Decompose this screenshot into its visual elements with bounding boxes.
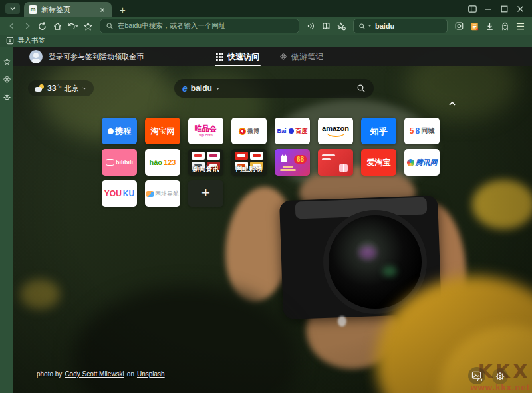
tile-youku[interactable]: YOUKU: [102, 180, 137, 207]
settings-button[interactable]: [492, 368, 508, 384]
ghost-icon: [500, 21, 510, 31]
side-toolbar: [0, 47, 13, 393]
plus-icon: +: [201, 186, 210, 200]
tile-tencent[interactable]: 腾讯网: [404, 149, 440, 176]
tile-content: Bai百度: [277, 128, 307, 134]
center-search-box[interactable]: e baidu: [174, 79, 374, 98]
tile-logo-row: 知乎: [370, 127, 388, 136]
weather-city: 北京: [65, 84, 79, 94]
wallpaper-icon: [471, 371, 483, 381]
quick-search-box[interactable]: baidu: [353, 19, 448, 33]
tile-text: 百度: [296, 128, 308, 134]
back-button[interactable]: [5, 19, 19, 33]
tab-close-button[interactable]: [98, 5, 107, 15]
search-icon: [106, 22, 114, 30]
change-wallpaper-button[interactable]: [468, 367, 485, 384]
thumb-mark: [237, 154, 246, 157]
forward-button[interactable]: [20, 19, 34, 33]
tile-vipshop[interactable]: 唯品会vip.com: [188, 118, 223, 144]
screenshot-button[interactable]: [452, 19, 466, 33]
tile-subtext: vip.com: [199, 133, 213, 137]
tile-text: 微博: [247, 128, 259, 134]
dot-icon: [108, 128, 114, 134]
maxnote-sidebar-button[interactable]: [2, 74, 11, 84]
tile-text: hǎo: [150, 159, 163, 166]
minimize-button[interactable]: [481, 3, 495, 15]
import-icon: [6, 37, 14, 45]
quick-access-grid: 携程淘宝网唯品会vip.com微博Bai百度amazon知乎58同城bilibi…: [102, 118, 440, 207]
tile-content: 唯品会vip.com: [195, 125, 217, 137]
tile-58tongcheng[interactable]: 58同城: [404, 118, 440, 144]
chevron-down-icon: [368, 25, 372, 27]
main-menu-button[interactable]: [513, 19, 527, 33]
maximize-button[interactable]: [497, 3, 511, 15]
weather-temp: 33: [47, 84, 56, 93]
tile-red-promo[interactable]: [318, 149, 353, 176]
tile-amazon[interactable]: amazon: [318, 118, 353, 144]
tile-shopping-folder[interactable]: 网上购物: [231, 149, 267, 176]
collapse-quick-access-button[interactable]: [447, 100, 458, 108]
tile-bilibili[interactable]: bilibili: [102, 149, 137, 176]
download-button[interactable]: [483, 19, 497, 33]
tab-maxnote[interactable]: 傲游笔记: [279, 47, 323, 66]
tab-new-tab-page[interactable]: m 新标签页: [24, 2, 112, 17]
favorites-button[interactable]: [81, 19, 95, 33]
new-tab-button[interactable]: +: [120, 5, 126, 15]
tile-taobao[interactable]: 淘宝网: [145, 118, 180, 144]
tile-ctrip[interactable]: 携程: [102, 118, 137, 144]
reader-mode-button[interactable]: [319, 19, 333, 33]
pic-icon: [146, 191, 154, 197]
refresh-icon: [37, 21, 47, 31]
tile-tmall-promo[interactable]: 68: [275, 149, 310, 176]
tile-aitaobao[interactable]: 爱淘宝: [361, 149, 396, 176]
maxnote-collect-button[interactable]: [467, 19, 481, 33]
credit-site-link[interactable]: Unsplash: [137, 370, 165, 378]
tile-text: 123: [164, 159, 176, 166]
undo-button[interactable]: [66, 19, 80, 33]
add-favorite-button[interactable]: [334, 19, 348, 33]
import-bookmarks-button[interactable]: 导入书签: [6, 36, 45, 45]
read-aloud-icon: [306, 21, 316, 31]
promo-text-bar: [322, 158, 331, 160]
passkeeper-button[interactable]: [498, 19, 512, 33]
credit-prefix: photo by: [37, 370, 62, 378]
favorites-sidebar-button[interactable]: [2, 57, 11, 66]
address-bar[interactable]: 在baidu中搜索，或者输入一个网址: [100, 19, 299, 33]
tile-content: 腾讯网: [407, 159, 438, 166]
tile-text: 8: [416, 127, 420, 135]
avatar[interactable]: [29, 50, 43, 63]
tab-quick-access[interactable]: 快速访问: [216, 47, 259, 66]
tile-text: 淘宝网: [151, 127, 175, 135]
read-aloud-button[interactable]: [304, 19, 318, 33]
credit-author-link[interactable]: Cody Scott Milewski: [65, 370, 124, 378]
login-promo-text[interactable]: 登录可参与签到活动领取金币: [49, 52, 144, 62]
star-icon: [3, 57, 11, 66]
refresh-button[interactable]: [35, 19, 49, 33]
tile-baidu[interactable]: Bai百度: [275, 118, 310, 144]
settings-sidebar-button[interactable]: [2, 92, 11, 102]
tab-list-button[interactable]: [5, 3, 20, 14]
tile-add[interactable]: +: [188, 180, 223, 207]
home-button[interactable]: [51, 19, 65, 33]
maximize-icon: [501, 5, 508, 13]
weather-widget[interactable]: 33 °c 北京: [28, 80, 94, 96]
star-gear-icon: [336, 21, 346, 31]
tile-site-nav[interactable]: 网址导航: [145, 180, 180, 207]
tile-hao123[interactable]: hǎo123: [145, 149, 180, 176]
chevron-down-icon[interactable]: [215, 87, 220, 90]
search-icon[interactable]: [356, 84, 366, 93]
tab-label: 快速访问: [227, 51, 259, 63]
promo-text-bar: [283, 166, 293, 168]
search-icon: [358, 23, 366, 30]
download-icon: [485, 21, 495, 31]
tile-news-folder[interactable]: 新闻资讯: [188, 149, 223, 176]
tv-icon: [106, 159, 114, 166]
tile-weibo[interactable]: 微博: [231, 118, 267, 144]
tile-logo-row: YOUKU: [104, 190, 134, 197]
tile-zhihu[interactable]: 知乎: [361, 118, 396, 144]
tile-text: 携程: [115, 127, 131, 135]
chevron-down-icon: [82, 86, 87, 90]
wallpaper-photo: [13, 47, 532, 393]
side-panel-button[interactable]: [466, 3, 479, 15]
close-window-button[interactable]: [513, 3, 527, 15]
